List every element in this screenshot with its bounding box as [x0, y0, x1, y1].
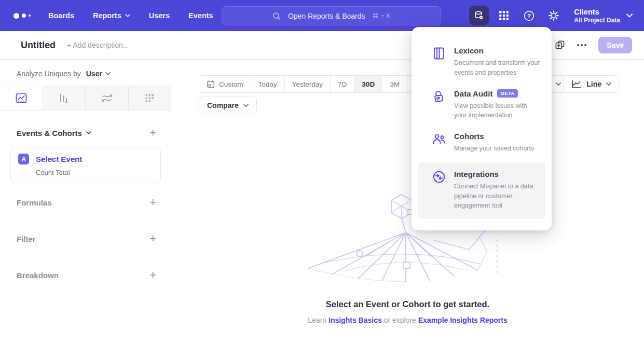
cohorts-description: Manage your saved cohorts — [454, 144, 534, 154]
workspace-org: Clients — [574, 7, 620, 17]
add-breakdown-button[interactable]: + — [149, 269, 156, 281]
breakdown-row: Breakdown + — [17, 267, 156, 283]
cohorts-people-icon — [432, 132, 446, 146]
add-formula-button[interactable]: + — [149, 197, 156, 208]
chevron-down-icon — [125, 14, 130, 17]
line-chart-tab-icon — [16, 93, 27, 103]
range-30d-button[interactable]: 30D — [354, 76, 382, 92]
analyze-prefix-label: Analyze Uniques by — [17, 70, 81, 78]
report-title[interactable]: Untitled — [21, 40, 56, 51]
range-3m-button[interactable]: 3M — [382, 76, 407, 92]
formulas-row: Formulas + — [17, 195, 156, 210]
help-icon: ? — [523, 10, 535, 22]
nav-item-boards[interactable]: Boards — [48, 11, 74, 20]
top-navbar: Boards Reports Users Events Open Reports… — [0, 0, 644, 31]
empty-state-heading: Select an Event or Cohort to get started… — [171, 299, 644, 309]
navbar-right-group: ? Clients All Project Data — [469, 0, 633, 31]
explore-middle: or explore — [382, 316, 418, 324]
events-cohorts-header: Events & Cohorts + — [17, 127, 156, 139]
insights-basics-link[interactable]: Insights Basics — [328, 316, 382, 324]
integrations-sync-icon — [432, 170, 446, 184]
breakdown-label: Breakdown — [17, 271, 59, 280]
analyze-uniques-row: Analyze Uniques by User — [17, 70, 111, 78]
menu-item-cohorts[interactable]: Cohorts Manage your saved cohorts — [412, 126, 552, 159]
menu-item-data-audit[interactable]: Data Audit BETA View possible issues wit… — [412, 84, 552, 127]
lexicon-title: Lexicon — [454, 46, 484, 55]
data-management-menu: Lexicon Document and transform your even… — [412, 27, 552, 230]
data-management-button[interactable] — [469, 6, 489, 25]
grid-icon — [499, 10, 509, 21]
save-button[interactable]: Save — [598, 37, 632, 53]
nav-item-reports-label: Reports — [93, 11, 121, 20]
chevron-down-icon — [556, 83, 561, 86]
chevron-down-icon — [86, 131, 91, 134]
settings-button[interactable] — [544, 6, 564, 25]
mixpanel-logo[interactable] — [13, 13, 31, 19]
calendar-icon — [207, 80, 215, 88]
compare-label: Compare — [207, 101, 239, 109]
range-yesterday-button[interactable]: Yesterday — [284, 76, 331, 92]
report-description-placeholder[interactable]: + Add description... — [67, 41, 129, 49]
add-event-button[interactable]: + — [149, 127, 156, 139]
more-options-button[interactable] — [577, 44, 587, 47]
menu-item-lexicon[interactable]: Lexicon Document and transform your even… — [412, 40, 552, 84]
tab-bar-chart[interactable] — [43, 86, 86, 110]
empty-state-text: Select an Event or Cohort to get started… — [171, 299, 644, 324]
tab-flow-chart[interactable] — [86, 86, 129, 110]
range-custom-button[interactable]: Custom — [199, 76, 251, 92]
lexicon-book-icon — [432, 47, 446, 60]
report-header-actions: Save — [555, 37, 632, 53]
search-shortcut: ⌘ + K — [372, 12, 391, 20]
query-builder-sidebar: Analyze Uniques by User — [0, 60, 171, 357]
chart-type-tabs — [0, 86, 171, 111]
event-metric-dropdown[interactable]: Count Total — [36, 169, 153, 176]
duplicate-button[interactable] — [555, 40, 565, 50]
date-range-control: Custom Today Yesterday 7D 30D 3M 6M — [199, 75, 432, 93]
workspace-project: All Project Data — [574, 17, 620, 24]
bar-chart-tab-icon — [59, 93, 69, 103]
analyze-value-label: User — [86, 70, 102, 78]
chevron-down-icon — [626, 13, 633, 18]
tab-metric-chart[interactable] — [129, 86, 171, 110]
help-button[interactable]: ? — [519, 6, 539, 25]
integrations-description: Connect Mixpanel to a data pipeline or c… — [454, 182, 537, 211]
data-audit-description: View possible issues with your implement… — [454, 101, 541, 121]
filter-row: Filter + — [17, 231, 156, 246]
chevron-down-icon — [243, 104, 249, 107]
flow-tab-icon — [101, 93, 113, 103]
learn-prefix: Learn — [308, 316, 328, 324]
search-placeholder: Open Reports & Boards — [288, 12, 365, 20]
data-audit-title: Data Audit — [454, 89, 492, 98]
add-filter-button[interactable]: + — [149, 233, 156, 244]
event-series-badge: A — [18, 154, 29, 164]
gear-icon — [548, 10, 559, 21]
integrations-title: Integrations — [454, 170, 499, 178]
primary-nav: Boards Reports Users Events — [48, 11, 213, 20]
compare-dropdown[interactable]: Compare — [199, 97, 257, 114]
select-event-label[interactable]: Select Event — [36, 155, 82, 163]
workspace-switcher[interactable]: Clients All Project Data — [574, 7, 633, 24]
range-7d-button[interactable]: 7D — [330, 76, 354, 92]
menu-item-integrations[interactable]: Integrations Connect Mixpanel to a data … — [418, 162, 545, 219]
chevron-down-icon — [606, 83, 611, 86]
nav-item-reports[interactable]: Reports — [93, 11, 130, 20]
range-custom-label: Custom — [219, 80, 243, 88]
formulas-label: Formulas — [17, 198, 52, 207]
metric-tab-icon — [144, 93, 155, 103]
cohorts-title: Cohorts — [454, 132, 484, 141]
events-cohorts-dropdown[interactable]: Events & Cohorts — [17, 129, 91, 138]
tab-line-chart[interactable] — [0, 86, 43, 110]
data-audit-icon — [432, 90, 446, 103]
line-style-icon — [571, 80, 582, 89]
global-search-input[interactable]: Open Reports & Boards ⌘ + K — [222, 6, 441, 25]
event-card[interactable]: A Select Event Count Total — [10, 147, 161, 183]
chart-style-dropdown[interactable]: Line — [564, 75, 619, 93]
apps-grid-button[interactable] — [494, 6, 514, 25]
analyze-value-dropdown[interactable]: User — [86, 70, 111, 78]
nav-item-users[interactable]: Users — [149, 11, 170, 20]
database-gear-icon — [473, 10, 485, 21]
nav-item-events[interactable]: Events — [188, 11, 213, 20]
range-today-button[interactable]: Today — [251, 76, 284, 92]
example-reports-link[interactable]: Example Insights Reports — [418, 316, 508, 324]
chevron-down-icon — [105, 72, 111, 75]
